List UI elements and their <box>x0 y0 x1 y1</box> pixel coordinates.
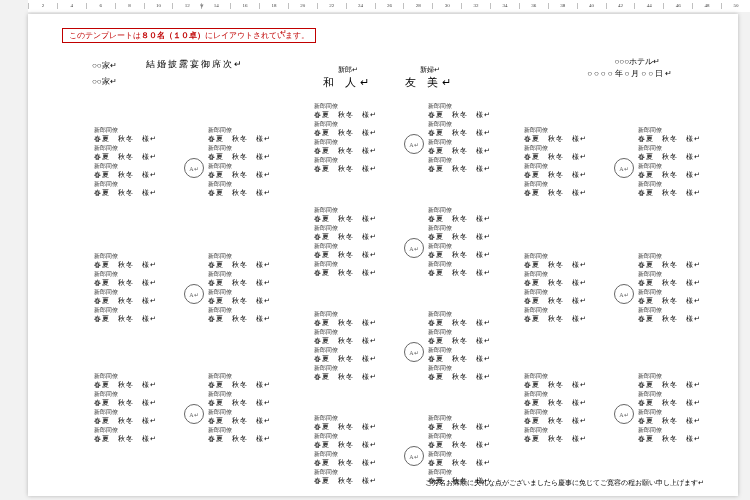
seat-entry[interactable]: 新郎同僚春夏 秋冬 様↵ <box>208 144 271 162</box>
seat-entry[interactable]: 新郎同僚春夏 秋冬 様↵ <box>524 126 587 144</box>
seat-entry[interactable]: 新郎同僚春夏 秋冬 様↵ <box>208 162 271 180</box>
seat-entry[interactable]: 新郎同僚春夏 秋冬 様↵ <box>524 180 587 198</box>
seat-entry[interactable]: 新郎同僚春夏 秋冬 様↵ <box>524 162 587 180</box>
seat-entry[interactable]: 新郎同僚春夏 秋冬 様↵ <box>314 346 377 364</box>
seat-entry[interactable]: 新郎同僚春夏 秋冬 様↵ <box>638 372 701 390</box>
seat-name: 春夏 秋冬 様↵ <box>428 319 491 328</box>
table-label-circle[interactable]: A↵ <box>614 284 634 304</box>
seat-entry[interactable]: 新郎同僚春夏 秋冬 様↵ <box>638 288 701 306</box>
seat-entry[interactable]: 新郎同僚春夏 秋冬 様↵ <box>524 408 587 426</box>
seat-entry[interactable]: 新郎同僚春夏 秋冬 様↵ <box>314 432 377 450</box>
seat-entry[interactable]: 新郎同僚春夏 秋冬 様↵ <box>638 426 701 444</box>
seat-entry[interactable]: 新郎同僚春夏 秋冬 様↵ <box>94 306 157 324</box>
seat-entry[interactable]: 新郎同僚春夏 秋冬 様↵ <box>314 450 377 468</box>
seat-entry[interactable]: 新郎同僚春夏 秋冬 様↵ <box>428 328 491 346</box>
seat-entry[interactable]: 新郎同僚春夏 秋冬 様↵ <box>94 252 157 270</box>
seat-name: 春夏 秋冬 様↵ <box>314 269 377 278</box>
table-label-circle[interactable]: A↵ <box>404 342 424 362</box>
seating-table: A↵新郎同僚春夏 秋冬 様↵新郎同僚春夏 秋冬 様↵新郎同僚春夏 秋冬 様↵新郎… <box>522 126 722 206</box>
seat-entry[interactable]: 新郎同僚春夏 秋冬 様↵ <box>208 426 271 444</box>
table-label-circle[interactable]: A↵ <box>184 158 204 178</box>
seat-entry[interactable]: 新郎同僚春夏 秋冬 様↵ <box>94 180 157 198</box>
seat-entry[interactable]: 新郎同僚春夏 秋冬 様↵ <box>94 126 157 144</box>
seat-entry[interactable]: 新郎同僚春夏 秋冬 様↵ <box>638 126 701 144</box>
seat-entry[interactable]: 新郎同僚春夏 秋冬 様↵ <box>314 310 377 328</box>
table-label-circle[interactable]: A↵ <box>614 158 634 178</box>
seat-entry[interactable]: 新郎同僚春夏 秋冬 様↵ <box>208 408 271 426</box>
seat-entry[interactable]: 新郎同僚春夏 秋冬 様↵ <box>524 270 587 288</box>
seat-entry[interactable]: 新郎同僚春夏 秋冬 様↵ <box>638 408 701 426</box>
seat-entry[interactable]: 新郎同僚春夏 秋冬 様↵ <box>428 224 491 242</box>
seat-entry[interactable]: 新郎同僚春夏 秋冬 様↵ <box>428 102 491 120</box>
seat-entry[interactable]: 新郎同僚春夏 秋冬 様↵ <box>524 144 587 162</box>
table-label-circle[interactable]: A↵ <box>184 404 204 424</box>
seat-entry[interactable]: 新郎同僚春夏 秋冬 様↵ <box>638 270 701 288</box>
seat-entry[interactable]: 新郎同僚春夏 秋冬 様↵ <box>314 242 377 260</box>
seat-entry[interactable]: 新郎同僚春夏 秋冬 様↵ <box>428 364 491 382</box>
seat-entry[interactable]: 新郎同僚春夏 秋冬 様↵ <box>638 144 701 162</box>
seat-entry[interactable]: 新郎同僚春夏 秋冬 様↵ <box>524 426 587 444</box>
seat-entry[interactable]: 新郎同僚春夏 秋冬 様↵ <box>208 372 271 390</box>
seat-entry[interactable]: 新郎同僚春夏 秋冬 様↵ <box>208 306 271 324</box>
seat-entry[interactable]: 新郎同僚春夏 秋冬 様↵ <box>638 162 701 180</box>
table-label-circle[interactable]: A↵ <box>404 238 424 258</box>
seat-entry[interactable]: 新郎同僚春夏 秋冬 様↵ <box>638 180 701 198</box>
seat-entry[interactable]: 新郎同僚春夏 秋冬 様↵ <box>314 120 377 138</box>
seat-relation: 新郎同僚 <box>428 468 491 477</box>
seat-relation: 新郎同僚 <box>524 162 587 171</box>
seat-entry[interactable]: 新郎同僚春夏 秋冬 様↵ <box>428 242 491 260</box>
seat-entry[interactable]: 新郎同僚春夏 秋冬 様↵ <box>428 156 491 174</box>
seat-entry[interactable]: 新郎同僚春夏 秋冬 様↵ <box>314 260 377 278</box>
seat-entry[interactable]: 新郎同僚春夏 秋冬 様↵ <box>314 224 377 242</box>
seat-entry[interactable]: 新郎同僚春夏 秋冬 様↵ <box>208 288 271 306</box>
seat-relation: 新郎同僚 <box>314 468 377 477</box>
seat-entry[interactable]: 新郎同僚春夏 秋冬 様↵ <box>428 260 491 278</box>
seat-entry[interactable]: 新郎同僚春夏 秋冬 様↵ <box>638 252 701 270</box>
seat-entry[interactable]: 新郎同僚春夏 秋冬 様↵ <box>524 306 587 324</box>
seat-entry[interactable]: 新郎同僚春夏 秋冬 様↵ <box>208 180 271 198</box>
seat-entry[interactable]: 新郎同僚春夏 秋冬 様↵ <box>208 252 271 270</box>
seat-entry[interactable]: 新郎同僚春夏 秋冬 様↵ <box>94 288 157 306</box>
seat-entry[interactable]: 新郎同僚春夏 秋冬 様↵ <box>524 372 587 390</box>
seat-entry[interactable]: 新郎同僚春夏 秋冬 様↵ <box>314 102 377 120</box>
seat-entry[interactable]: 新郎同僚春夏 秋冬 様↵ <box>314 138 377 156</box>
seat-name: 春夏 秋冬 様↵ <box>524 261 587 270</box>
seat-entry[interactable]: 新郎同僚春夏 秋冬 様↵ <box>428 138 491 156</box>
seat-entry[interactable]: 新郎同僚春夏 秋冬 様↵ <box>428 120 491 138</box>
seat-entry[interactable]: 新郎同僚春夏 秋冬 様↵ <box>524 390 587 408</box>
seat-entry[interactable]: 新郎同僚春夏 秋冬 様↵ <box>314 414 377 432</box>
seat-entry[interactable]: 新郎同僚春夏 秋冬 様↵ <box>208 126 271 144</box>
table-label-circle[interactable]: A↵ <box>184 284 204 304</box>
document-page[interactable]: このテンプレートは８０名（１０卓）にレイアウトされています。 ↵ ○○家↵ ○○… <box>28 14 738 496</box>
seat-entry[interactable]: 新郎同僚春夏 秋冬 様↵ <box>94 390 157 408</box>
seat-entry[interactable]: 新郎同僚春夏 秋冬 様↵ <box>314 364 377 382</box>
table-label-circle[interactable]: A↵ <box>404 446 424 466</box>
seat-entry[interactable]: 新郎同僚春夏 秋冬 様↵ <box>314 206 377 224</box>
table-label-circle[interactable]: A↵ <box>614 404 634 424</box>
seat-entry[interactable]: 新郎同僚春夏 秋冬 様↵ <box>428 206 491 224</box>
seat-entry[interactable]: 新郎同僚春夏 秋冬 様↵ <box>428 346 491 364</box>
seat-entry[interactable]: 新郎同僚春夏 秋冬 様↵ <box>428 432 491 450</box>
bride-block: 新婦↵ 友 美↵ <box>405 64 455 88</box>
seat-entry[interactable]: 新郎同僚春夏 秋冬 様↵ <box>94 372 157 390</box>
seat-entry[interactable]: 新郎同僚春夏 秋冬 様↵ <box>94 270 157 288</box>
seat-entry[interactable]: 新郎同僚春夏 秋冬 様↵ <box>94 162 157 180</box>
table-label-circle[interactable]: A↵ <box>404 134 424 154</box>
seat-name: 春夏 秋冬 様↵ <box>524 435 587 444</box>
seat-entry[interactable]: 新郎同僚春夏 秋冬 様↵ <box>428 310 491 328</box>
seat-entry[interactable]: 新郎同僚春夏 秋冬 様↵ <box>428 450 491 468</box>
seat-relation: 新郎同僚 <box>314 102 377 111</box>
seat-entry[interactable]: 新郎同僚春夏 秋冬 様↵ <box>638 306 701 324</box>
seat-entry[interactable]: 新郎同僚春夏 秋冬 様↵ <box>638 390 701 408</box>
seat-entry[interactable]: 新郎同僚春夏 秋冬 様↵ <box>208 270 271 288</box>
seat-entry[interactable]: 新郎同僚春夏 秋冬 様↵ <box>94 426 157 444</box>
seat-entry[interactable]: 新郎同僚春夏 秋冬 様↵ <box>94 408 157 426</box>
seat-entry[interactable]: 新郎同僚春夏 秋冬 様↵ <box>524 288 587 306</box>
seat-entry[interactable]: 新郎同僚春夏 秋冬 様↵ <box>428 414 491 432</box>
seat-entry[interactable]: 新郎同僚春夏 秋冬 様↵ <box>314 468 377 486</box>
seat-entry[interactable]: 新郎同僚春夏 秋冬 様↵ <box>94 144 157 162</box>
seat-entry[interactable]: 新郎同僚春夏 秋冬 様↵ <box>524 252 587 270</box>
seat-entry[interactable]: 新郎同僚春夏 秋冬 様↵ <box>314 156 377 174</box>
seat-entry[interactable]: 新郎同僚春夏 秋冬 様↵ <box>208 390 271 408</box>
seat-entry[interactable]: 新郎同僚春夏 秋冬 様↵ <box>314 328 377 346</box>
